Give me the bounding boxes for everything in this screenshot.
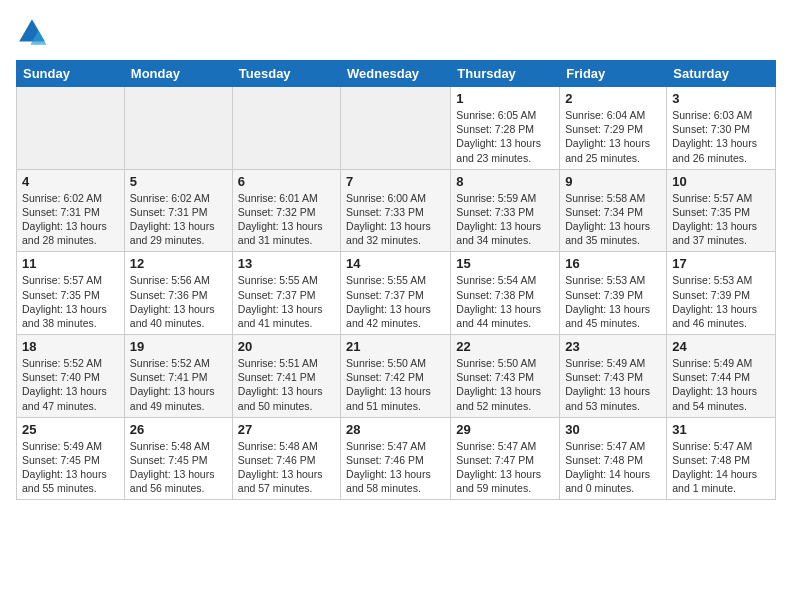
day-info: Sunrise: 5:59 AMSunset: 7:33 PMDaylight:… [456, 191, 554, 248]
day-info: Sunrise: 5:54 AMSunset: 7:38 PMDaylight:… [456, 273, 554, 330]
day-number: 9 [565, 174, 661, 189]
header-thursday: Thursday [451, 61, 560, 87]
calendar-cell [124, 87, 232, 170]
calendar-cell: 6Sunrise: 6:01 AMSunset: 7:32 PMDaylight… [232, 169, 340, 252]
day-info: Sunrise: 5:49 AMSunset: 7:43 PMDaylight:… [565, 356, 661, 413]
header-sunday: Sunday [17, 61, 125, 87]
calendar-cell: 30Sunrise: 5:47 AMSunset: 7:48 PMDayligh… [560, 417, 667, 500]
day-info: Sunrise: 5:52 AMSunset: 7:40 PMDaylight:… [22, 356, 119, 413]
calendar-week-row: 1Sunrise: 6:05 AMSunset: 7:28 PMDaylight… [17, 87, 776, 170]
day-info: Sunrise: 5:52 AMSunset: 7:41 PMDaylight:… [130, 356, 227, 413]
calendar-cell: 17Sunrise: 5:53 AMSunset: 7:39 PMDayligh… [667, 252, 776, 335]
calendar-cell: 9Sunrise: 5:58 AMSunset: 7:34 PMDaylight… [560, 169, 667, 252]
calendar-cell [341, 87, 451, 170]
day-info: Sunrise: 6:03 AMSunset: 7:30 PMDaylight:… [672, 108, 770, 165]
calendar-cell: 5Sunrise: 6:02 AMSunset: 7:31 PMDaylight… [124, 169, 232, 252]
calendar-week-row: 11Sunrise: 5:57 AMSunset: 7:35 PMDayligh… [17, 252, 776, 335]
calendar-cell: 7Sunrise: 6:00 AMSunset: 7:33 PMDaylight… [341, 169, 451, 252]
header-wednesday: Wednesday [341, 61, 451, 87]
day-info: Sunrise: 5:57 AMSunset: 7:35 PMDaylight:… [672, 191, 770, 248]
day-info: Sunrise: 6:00 AMSunset: 7:33 PMDaylight:… [346, 191, 445, 248]
day-number: 14 [346, 256, 445, 271]
day-info: Sunrise: 6:01 AMSunset: 7:32 PMDaylight:… [238, 191, 335, 248]
day-number: 21 [346, 339, 445, 354]
day-number: 7 [346, 174, 445, 189]
day-info: Sunrise: 5:50 AMSunset: 7:42 PMDaylight:… [346, 356, 445, 413]
day-info: Sunrise: 5:55 AMSunset: 7:37 PMDaylight:… [238, 273, 335, 330]
day-number: 1 [456, 91, 554, 106]
day-number: 17 [672, 256, 770, 271]
day-info: Sunrise: 5:58 AMSunset: 7:34 PMDaylight:… [565, 191, 661, 248]
day-info: Sunrise: 5:49 AMSunset: 7:44 PMDaylight:… [672, 356, 770, 413]
day-info: Sunrise: 5:51 AMSunset: 7:41 PMDaylight:… [238, 356, 335, 413]
day-number: 10 [672, 174, 770, 189]
day-number: 26 [130, 422, 227, 437]
header-saturday: Saturday [667, 61, 776, 87]
day-number: 12 [130, 256, 227, 271]
calendar-cell: 1Sunrise: 6:05 AMSunset: 7:28 PMDaylight… [451, 87, 560, 170]
header-friday: Friday [560, 61, 667, 87]
day-info: Sunrise: 5:48 AMSunset: 7:46 PMDaylight:… [238, 439, 335, 496]
calendar: SundayMondayTuesdayWednesdayThursdayFrid… [16, 60, 776, 500]
day-number: 30 [565, 422, 661, 437]
day-info: Sunrise: 5:53 AMSunset: 7:39 PMDaylight:… [565, 273, 661, 330]
calendar-week-row: 25Sunrise: 5:49 AMSunset: 7:45 PMDayligh… [17, 417, 776, 500]
calendar-cell: 29Sunrise: 5:47 AMSunset: 7:47 PMDayligh… [451, 417, 560, 500]
day-number: 25 [22, 422, 119, 437]
day-number: 16 [565, 256, 661, 271]
day-number: 8 [456, 174, 554, 189]
calendar-cell: 19Sunrise: 5:52 AMSunset: 7:41 PMDayligh… [124, 335, 232, 418]
calendar-cell: 2Sunrise: 6:04 AMSunset: 7:29 PMDaylight… [560, 87, 667, 170]
day-number: 18 [22, 339, 119, 354]
day-number: 22 [456, 339, 554, 354]
calendar-cell: 14Sunrise: 5:55 AMSunset: 7:37 PMDayligh… [341, 252, 451, 335]
day-number: 27 [238, 422, 335, 437]
day-number: 4 [22, 174, 119, 189]
day-number: 2 [565, 91, 661, 106]
day-info: Sunrise: 5:47 AMSunset: 7:48 PMDaylight:… [672, 439, 770, 496]
calendar-cell: 11Sunrise: 5:57 AMSunset: 7:35 PMDayligh… [17, 252, 125, 335]
calendar-cell: 13Sunrise: 5:55 AMSunset: 7:37 PMDayligh… [232, 252, 340, 335]
calendar-cell: 25Sunrise: 5:49 AMSunset: 7:45 PMDayligh… [17, 417, 125, 500]
day-info: Sunrise: 5:48 AMSunset: 7:45 PMDaylight:… [130, 439, 227, 496]
calendar-cell: 15Sunrise: 5:54 AMSunset: 7:38 PMDayligh… [451, 252, 560, 335]
day-info: Sunrise: 6:02 AMSunset: 7:31 PMDaylight:… [130, 191, 227, 248]
day-info: Sunrise: 5:56 AMSunset: 7:36 PMDaylight:… [130, 273, 227, 330]
day-number: 29 [456, 422, 554, 437]
calendar-cell: 21Sunrise: 5:50 AMSunset: 7:42 PMDayligh… [341, 335, 451, 418]
day-number: 5 [130, 174, 227, 189]
day-info: Sunrise: 5:47 AMSunset: 7:46 PMDaylight:… [346, 439, 445, 496]
calendar-cell: 22Sunrise: 5:50 AMSunset: 7:43 PMDayligh… [451, 335, 560, 418]
day-info: Sunrise: 6:02 AMSunset: 7:31 PMDaylight:… [22, 191, 119, 248]
day-info: Sunrise: 5:55 AMSunset: 7:37 PMDaylight:… [346, 273, 445, 330]
calendar-cell: 20Sunrise: 5:51 AMSunset: 7:41 PMDayligh… [232, 335, 340, 418]
logo [16, 16, 52, 48]
day-info: Sunrise: 5:53 AMSunset: 7:39 PMDaylight:… [672, 273, 770, 330]
day-number: 11 [22, 256, 119, 271]
calendar-cell [232, 87, 340, 170]
calendar-cell: 4Sunrise: 6:02 AMSunset: 7:31 PMDaylight… [17, 169, 125, 252]
calendar-cell: 24Sunrise: 5:49 AMSunset: 7:44 PMDayligh… [667, 335, 776, 418]
calendar-cell: 31Sunrise: 5:47 AMSunset: 7:48 PMDayligh… [667, 417, 776, 500]
calendar-cell: 8Sunrise: 5:59 AMSunset: 7:33 PMDaylight… [451, 169, 560, 252]
day-number: 15 [456, 256, 554, 271]
calendar-cell: 27Sunrise: 5:48 AMSunset: 7:46 PMDayligh… [232, 417, 340, 500]
day-number: 3 [672, 91, 770, 106]
day-number: 24 [672, 339, 770, 354]
day-number: 19 [130, 339, 227, 354]
day-info: Sunrise: 5:50 AMSunset: 7:43 PMDaylight:… [456, 356, 554, 413]
day-info: Sunrise: 5:57 AMSunset: 7:35 PMDaylight:… [22, 273, 119, 330]
day-number: 13 [238, 256, 335, 271]
day-info: Sunrise: 5:47 AMSunset: 7:47 PMDaylight:… [456, 439, 554, 496]
calendar-cell: 18Sunrise: 5:52 AMSunset: 7:40 PMDayligh… [17, 335, 125, 418]
day-number: 6 [238, 174, 335, 189]
calendar-cell: 10Sunrise: 5:57 AMSunset: 7:35 PMDayligh… [667, 169, 776, 252]
calendar-cell: 26Sunrise: 5:48 AMSunset: 7:45 PMDayligh… [124, 417, 232, 500]
day-number: 28 [346, 422, 445, 437]
calendar-cell: 28Sunrise: 5:47 AMSunset: 7:46 PMDayligh… [341, 417, 451, 500]
calendar-cell: 23Sunrise: 5:49 AMSunset: 7:43 PMDayligh… [560, 335, 667, 418]
logo-icon [16, 16, 48, 48]
day-number: 31 [672, 422, 770, 437]
calendar-cell: 3Sunrise: 6:03 AMSunset: 7:30 PMDaylight… [667, 87, 776, 170]
day-info: Sunrise: 5:47 AMSunset: 7:48 PMDaylight:… [565, 439, 661, 496]
